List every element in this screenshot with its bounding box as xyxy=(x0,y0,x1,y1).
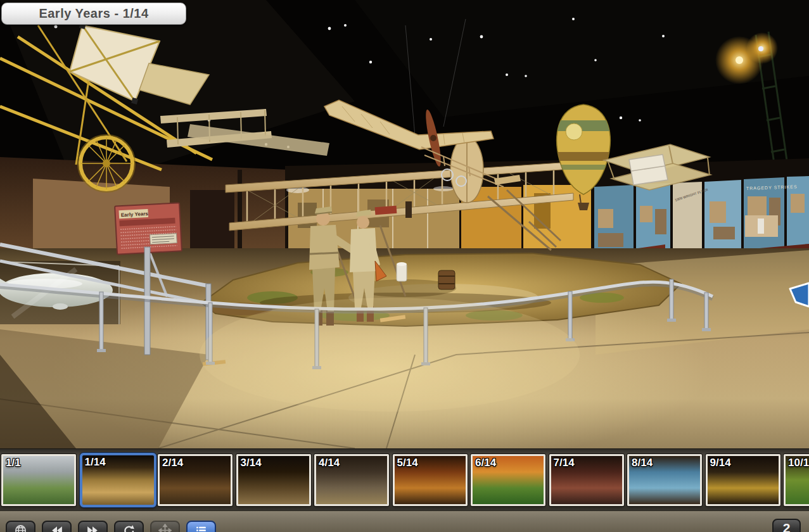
thumbnail-label: 2/14 xyxy=(162,457,183,469)
page-2-button[interactable]: 2 xyxy=(772,519,801,532)
thumbnail-label: 7/14 xyxy=(554,457,575,469)
thumbnail-4-14[interactable]: 4/14 xyxy=(314,454,389,506)
lamp-core xyxy=(758,46,763,51)
lamp-core xyxy=(736,56,743,64)
thumbnail-1-14[interactable]: 1/14 xyxy=(80,453,156,507)
thumbnail-label: 4/14 xyxy=(319,457,340,469)
globe-icon xyxy=(14,524,27,532)
thumbnail-bar: 1/11/142/143/144/145/146/147/148/149/141… xyxy=(0,448,809,511)
thumbnail-label: 5/14 xyxy=(397,457,418,469)
thumbnail-label: 3/14 xyxy=(241,457,262,469)
thumbnail-8-14[interactable]: 8/14 xyxy=(627,454,702,506)
thumbnail-1-1[interactable]: 1/1 xyxy=(1,454,76,506)
thumbnail-label: 8/14 xyxy=(632,457,653,469)
thumbnail-7-14[interactable]: 7/14 xyxy=(549,454,624,506)
thumbnail-label: 1/14 xyxy=(85,456,106,469)
fast-forward-icon xyxy=(86,524,99,532)
floor-highlight xyxy=(200,298,580,412)
thumbnail-10-14[interactable]: 10/14 xyxy=(784,454,809,506)
thumbnail-label: 9/14 xyxy=(710,457,731,469)
thumbnail-6-14[interactable]: 6/14 xyxy=(471,454,545,506)
thumbnail-list-button[interactable] xyxy=(186,521,216,532)
thumbnail-label: 1/1 xyxy=(6,457,21,469)
list-icon xyxy=(194,524,208,532)
rotate-view-button[interactable] xyxy=(114,521,144,532)
thumbnail-label: 10/14 xyxy=(788,457,809,469)
thumbnail-label: 6/14 xyxy=(475,457,496,469)
pan-view-button xyxy=(150,521,180,532)
virtual-tour-viewer: TRAGEDY STRIKES 1909 WRIGHT FLYER xyxy=(0,0,809,532)
thumbnail-2-14[interactable]: 2/14 xyxy=(158,454,233,506)
previous-gallery-button[interactable] xyxy=(42,521,72,532)
next-gallery-button[interactable] xyxy=(78,521,108,532)
rewind-icon xyxy=(50,524,63,532)
rotate-icon xyxy=(122,524,136,532)
home-button[interactable] xyxy=(6,521,35,532)
thumbnail-5-14[interactable]: 5/14 xyxy=(393,454,468,506)
thumbnail-9-14[interactable]: 9/14 xyxy=(706,454,780,506)
panorama-view[interactable]: TRAGEDY STRIKES 1909 WRIGHT FLYER xyxy=(0,0,809,448)
toolbar: 2 xyxy=(0,510,809,532)
thumbnail-3-14[interactable]: 3/14 xyxy=(236,454,311,506)
gallery-title-chip: Early Years - 1/14 xyxy=(1,3,186,25)
move-icon xyxy=(158,524,172,532)
